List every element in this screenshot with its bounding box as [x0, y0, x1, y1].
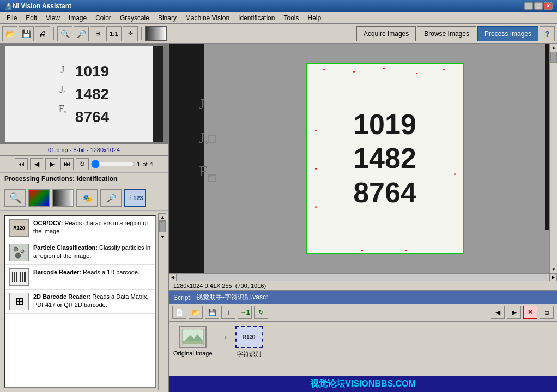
- scroll-thumb[interactable]: [159, 221, 166, 232]
- v-scroll-up[interactable]: ▲: [550, 44, 557, 51]
- help-button[interactable]: ?: [540, 26, 555, 41]
- menu-edit[interactable]: Edit: [21, 13, 41, 23]
- svg-point-2: [15, 253, 21, 258]
- binary-icon-btn[interactable]: 🎭: [76, 189, 98, 207]
- process-images-button[interactable]: Process Images: [477, 26, 538, 41]
- original-image-icon: [179, 326, 207, 348]
- func-item-barcode[interactable]: Barcode Reader: Reads a 1D barcode.: [5, 265, 155, 290]
- print-button[interactable]: 🖨: [35, 26, 50, 41]
- identification-icon-btn[interactable]: ⋮123: [124, 189, 146, 207]
- script-prev-btn[interactable]: ◀: [491, 306, 505, 319]
- title-icon: 🔬: [4, 2, 13, 10]
- svg-rect-13: [183, 341, 203, 344]
- zoom-fit-button[interactable]: 1:1: [106, 26, 122, 41]
- scroll-track: [159, 221, 166, 232]
- script-stop-btn[interactable]: ✕: [523, 306, 537, 319]
- menu-image[interactable]: Image: [64, 13, 91, 23]
- script-end-btn[interactable]: ⊐: [540, 306, 554, 319]
- save-button[interactable]: 💾: [19, 26, 34, 41]
- nav-of: of: [142, 161, 147, 167]
- scroll-down-arrow[interactable]: ▼: [159, 233, 166, 240]
- script-run-all-btn[interactable]: ↻: [254, 306, 268, 319]
- nav-next-button[interactable]: ▶: [45, 158, 58, 170]
- status-bar: 1280x1024 0.41X 255 (700, 1016): [169, 281, 557, 290]
- v-scroll-down[interactable]: ▼: [550, 266, 557, 273]
- menu-grayscale[interactable]: Grayscale: [116, 13, 154, 23]
- titlebar: 🔬 NI Vision Assistant _ □ ✕: [0, 0, 557, 12]
- script-node-original[interactable]: Original Image: [173, 326, 213, 357]
- script-new-btn[interactable]: 📄: [172, 306, 186, 319]
- menu-view[interactable]: View: [41, 13, 64, 23]
- h-scroll-right[interactable]: ▶: [549, 274, 557, 281]
- script-save-btn[interactable]: 💾: [205, 306, 219, 319]
- status-zoom: 0.41X: [205, 282, 221, 289]
- status-coords: (700, 1016): [235, 282, 266, 289]
- ocr-icon: R120: [9, 219, 29, 237]
- toolbar: 📂 💾 🖨 🔍 🔎 ⊞ 1:1 ✛ Acquire Images Browse …: [0, 24, 557, 44]
- v-scroll-thumb[interactable]: [550, 52, 557, 63]
- h-scroll-left[interactable]: ◀: [169, 274, 177, 281]
- script-header: Script: 视觉助手-字符识别.vascr: [169, 291, 557, 304]
- particle-icon: [9, 244, 29, 261]
- svg-rect-7: [20, 272, 21, 282]
- func-item-particle[interactable]: Particle Classification: Classify partic…: [5, 240, 155, 265]
- script-run-btn[interactable]: →1: [238, 306, 252, 319]
- grayscale-icon-btn[interactable]: [52, 189, 74, 207]
- pan-button[interactable]: ✛: [123, 26, 138, 41]
- func-item-ocr[interactable]: R120 OCR/OCV: Reads characters in a regi…: [5, 216, 155, 240]
- scroll-up-arrow[interactable]: ▲: [159, 213, 166, 221]
- open-button[interactable]: 📂: [2, 26, 17, 41]
- 2d-barcode-text: 2D Barcode Reader: Reads a Data Matrix, …: [33, 293, 151, 310]
- acquire-images-button[interactable]: Acquire Images: [356, 26, 416, 41]
- ocr-node-icon: R120: [235, 326, 263, 348]
- script-open-btn[interactable]: 📂: [189, 306, 203, 319]
- nav-first-button[interactable]: ⏮: [15, 158, 28, 170]
- minimize-button[interactable]: _: [524, 2, 533, 10]
- menu-binary[interactable]: Binary: [154, 13, 181, 23]
- particle-name: Particle Classification:: [33, 244, 98, 251]
- svg-rect-8: [22, 272, 23, 282]
- svg-point-1: [21, 250, 24, 253]
- v-scroll-track: [550, 51, 557, 266]
- function-list-scrollbar[interactable]: ▲ ▼: [158, 213, 166, 390]
- noise-dot: [454, 173, 456, 175]
- nav-loop-button[interactable]: ↻: [76, 158, 89, 170]
- search-icon-btn[interactable]: 🔎: [100, 189, 122, 207]
- maximize-button[interactable]: □: [534, 2, 543, 10]
- script-info-btn[interactable]: i: [221, 306, 235, 319]
- ocr-name: OCR/OCV:: [33, 220, 63, 226]
- image-area[interactable]: J J° F°: [169, 44, 557, 273]
- barcode-text: Barcode Reader: Reads a 1D barcode.: [33, 268, 140, 276]
- script-node-ocr[interactable]: R120 字符识别: [235, 326, 263, 358]
- svg-rect-6: [19, 272, 19, 282]
- menu-help[interactable]: Help: [304, 13, 326, 23]
- close-button[interactable]: ✕: [544, 2, 553, 10]
- menu-color[interactable]: Color: [91, 13, 116, 23]
- barcode-icon: [9, 268, 29, 286]
- nav-total: 4: [150, 161, 153, 167]
- color-selector[interactable]: [145, 26, 167, 41]
- zoom-in-button[interactable]: 🔍: [57, 26, 72, 41]
- menu-tools[interactable]: Tools: [279, 13, 303, 23]
- nav-slider[interactable]: [91, 160, 135, 168]
- menu-machine-vision[interactable]: Machine Vision: [181, 13, 234, 23]
- side-char-1: J: [199, 87, 210, 121]
- big-image-container: J J° F°: [169, 44, 557, 273]
- left-panel: J J° F° 1019 1482 8764 01.bmp - 8: [0, 44, 169, 392]
- browse-images-button[interactable]: Browse Images: [417, 26, 476, 41]
- zoom-in2-button[interactable]: 🔎: [74, 26, 89, 41]
- function-list: R120 OCR/OCV: Reads characters in a regi…: [4, 215, 156, 388]
- menu-identification[interactable]: Identification: [234, 13, 279, 23]
- side-char-3: F°: [199, 154, 210, 188]
- func-item-2d-barcode[interactable]: ⊞ 2D Barcode Reader: Reads a Data Matrix…: [5, 290, 155, 314]
- separator-1: [53, 27, 54, 40]
- zoom-window-button[interactable]: ⊞: [90, 26, 105, 41]
- left-black-bar: J J° F°: [169, 44, 204, 273]
- locate-icon-btn[interactable]: 🔍: [4, 189, 26, 207]
- color-icon-btn[interactable]: [28, 189, 50, 207]
- menu-file[interactable]: File: [2, 13, 21, 23]
- nav-prev-button[interactable]: ◀: [30, 158, 43, 170]
- script-next-btn[interactable]: ▶: [507, 306, 521, 319]
- noise-dot: [323, 69, 325, 70]
- nav-last-button[interactable]: ⏭: [60, 158, 74, 170]
